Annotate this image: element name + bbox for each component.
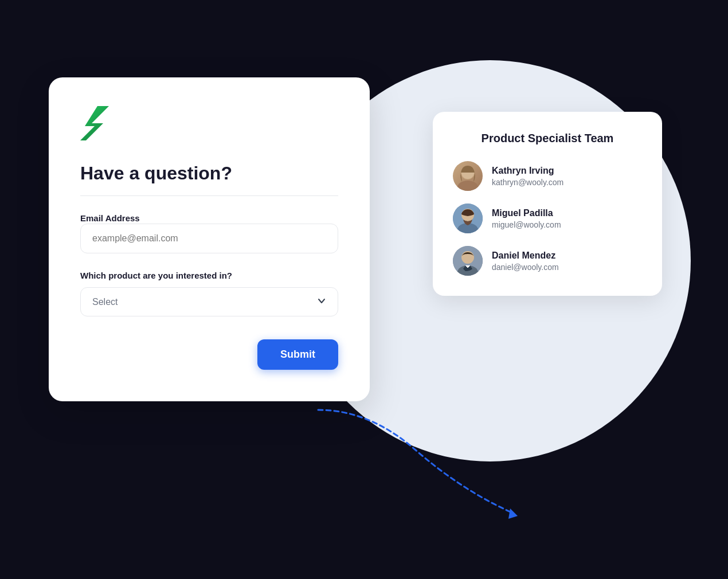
member-email-daniel: daniel@wooly.com bbox=[492, 263, 559, 272]
avatar-kathryn bbox=[453, 161, 483, 191]
team-member-daniel: Daniel Mendez daniel@wooly.com bbox=[453, 246, 642, 276]
avatar-daniel bbox=[453, 246, 483, 276]
scene: Have a question? Email Address Which pro… bbox=[49, 32, 679, 547]
member-name-miguel: Miguel Padilla bbox=[492, 208, 561, 218]
logo bbox=[80, 106, 338, 143]
member-info-miguel: Miguel Padilla miguel@wooly.com bbox=[492, 208, 561, 229]
team-title: Product Specialist Team bbox=[453, 132, 642, 145]
member-info-kathryn: Kathryn Irving kathryn@wooly.com bbox=[492, 166, 563, 187]
member-email-kathryn: kathryn@wooly.com bbox=[492, 178, 563, 187]
member-name-daniel: Daniel Mendez bbox=[492, 251, 559, 261]
product-question: Which product are you interested in? bbox=[80, 271, 338, 280]
submit-wrapper: Submit bbox=[80, 339, 338, 370]
email-label: Email Address bbox=[80, 213, 140, 223]
avatar-miguel bbox=[453, 204, 483, 233]
product-select-wrapper: Select Product A Product B Product C bbox=[80, 287, 338, 316]
form-card: Have a question? Email Address Which pro… bbox=[49, 77, 370, 401]
form-title: Have a question? bbox=[80, 163, 338, 184]
member-email-miguel: miguel@wooly.com bbox=[492, 220, 561, 229]
email-input[interactable] bbox=[80, 224, 338, 253]
submit-button[interactable]: Submit bbox=[257, 339, 338, 370]
member-name-kathryn: Kathryn Irving bbox=[492, 166, 563, 176]
team-card: Product Specialist Team Kathryn Irving k… bbox=[433, 112, 662, 296]
logo-icon bbox=[80, 106, 109, 140]
team-member-miguel: Miguel Padilla miguel@wooly.com bbox=[453, 204, 642, 233]
svg-point-2 bbox=[457, 181, 478, 191]
form-divider bbox=[80, 195, 338, 196]
team-member-kathryn: Kathryn Irving kathryn@wooly.com bbox=[453, 161, 642, 191]
member-info-daniel: Daniel Mendez daniel@wooly.com bbox=[492, 251, 559, 272]
product-select[interactable]: Select Product A Product B Product C bbox=[80, 287, 338, 316]
svg-marker-0 bbox=[508, 508, 518, 519]
